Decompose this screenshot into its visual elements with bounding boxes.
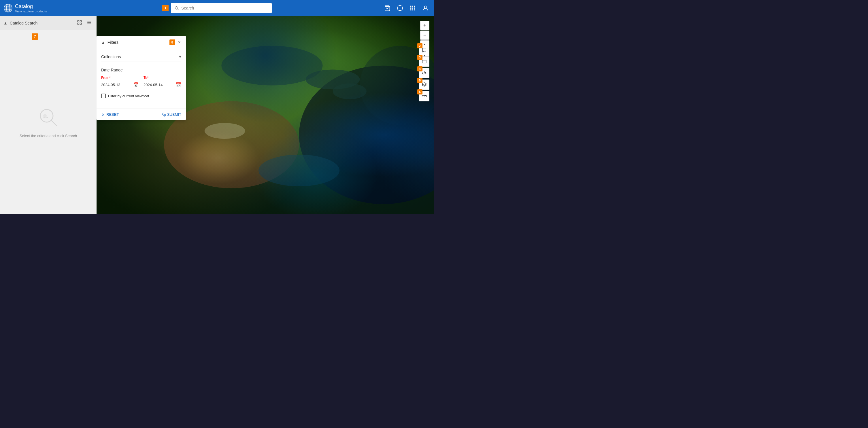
filters-collapse-icon: ▲ — [101, 40, 105, 45]
sidebar-title: Catalog Search — [10, 21, 73, 25]
tool-layers[interactable]: 5 — [419, 79, 429, 90]
svg-rect-14 — [414, 7, 415, 9]
search-container: 1 — [162, 3, 272, 13]
close-icon: × — [178, 40, 181, 45]
user-icon — [422, 5, 429, 11]
svg-rect-10 — [412, 6, 413, 7]
bookmark-icon — [422, 47, 427, 53]
map-container[interactable]: ▲ Filters 8 × Collections ▾ Date Range — [97, 16, 434, 214]
view-icon — [77, 20, 82, 25]
sidebar-empty-state: Select the criteria and click Search — [0, 30, 97, 214]
svg-rect-12 — [410, 7, 411, 9]
svg-line-4 — [178, 9, 179, 10]
svg-rect-9 — [410, 6, 411, 7]
viewport-filter: Filter by current viewport — [101, 94, 181, 98]
svg-point-34 — [258, 155, 339, 186]
filters-panel: ▲ Filters 8 × Collections ▾ Date Range — [97, 36, 186, 120]
sidebar: ▲ Catalog Search 7 — [0, 16, 97, 214]
svg-rect-43 — [422, 60, 426, 63]
svg-rect-45 — [422, 95, 427, 97]
info-button[interactable] — [395, 3, 405, 13]
svg-rect-16 — [412, 9, 413, 11]
tool-code[interactable]: 4 — [419, 68, 429, 78]
from-date-field: From* 📅 — [101, 76, 139, 89]
submit-icon — [162, 112, 166, 117]
viewport-label: Filter by current viewport — [108, 94, 149, 98]
svg-point-36 — [306, 69, 360, 89]
badge-5: 5 — [417, 78, 423, 83]
submit-button[interactable]: SUBMIT — [162, 112, 181, 117]
cart-icon — [384, 5, 391, 11]
search-icon — [174, 6, 179, 10]
collections-arrow-icon: ▾ — [179, 54, 181, 59]
svg-point-32 — [221, 46, 322, 85]
filters-body: Collections ▾ Date Range From* 📅 — [97, 49, 186, 108]
apps-button[interactable] — [407, 3, 418, 13]
from-date-input[interactable] — [101, 83, 133, 87]
search-box[interactable] — [171, 3, 272, 13]
sidebar-empty-text: Select the criteria and click Search — [20, 134, 77, 138]
app-logo-icon — [3, 3, 13, 13]
main-content: ▲ Catalog Search 7 — [0, 16, 434, 214]
svg-line-44 — [424, 71, 425, 75]
app-subtitle: View, explore products — [15, 9, 47, 13]
app-logo: Catalog View, explore products — [3, 3, 50, 13]
date-range-title: Date Range — [101, 68, 181, 72]
to-date-input[interactable] — [144, 83, 176, 87]
badge-2: 2 — [417, 43, 423, 48]
collections-dropdown[interactable]: Collections ▾ — [101, 54, 181, 62]
from-required: * — [109, 76, 111, 80]
svg-rect-11 — [414, 6, 415, 7]
svg-rect-15 — [410, 9, 411, 11]
to-date-label: To* — [144, 76, 181, 80]
apps-icon — [409, 5, 416, 11]
badge-4: 4 — [417, 66, 423, 71]
from-date-label: From* — [101, 76, 139, 80]
sidebar-view-button[interactable] — [76, 19, 83, 27]
reset-button[interactable]: RESET — [101, 112, 119, 117]
svg-point-37 — [333, 84, 367, 99]
zoom-out-button[interactable]: − — [420, 31, 429, 40]
header: Catalog View, explore products 1 — [0, 0, 434, 16]
badge-1: 1 — [162, 5, 168, 11]
badge-8: 8 — [169, 39, 175, 45]
zoom-in-icon: + — [423, 23, 427, 29]
zoom-in-button[interactable]: + — [420, 21, 429, 30]
svg-point-35 — [205, 123, 245, 139]
reset-label: RESET — [106, 112, 119, 117]
svg-point-18 — [424, 6, 426, 8]
cart-button[interactable] — [382, 3, 393, 13]
to-required: * — [147, 76, 149, 80]
calendar-to-icon[interactable]: 📅 — [176, 82, 181, 88]
svg-rect-17 — [414, 9, 415, 11]
app-title: Catalog — [15, 3, 47, 9]
svg-rect-20 — [80, 21, 82, 22]
tool-rectangle[interactable]: 3 — [419, 57, 429, 67]
info-icon — [397, 5, 403, 11]
to-date-input-wrap[interactable]: 📅 — [144, 81, 181, 89]
tool-bookmark[interactable]: 2 — [419, 45, 429, 55]
empty-search-icon — [37, 106, 60, 129]
svg-rect-13 — [412, 7, 413, 9]
sidebar-header: ▲ Catalog Search — [0, 16, 97, 30]
submit-label: SUBMIT — [167, 112, 181, 117]
tool-ruler[interactable]: 6 — [419, 91, 429, 101]
filters-close-button[interactable]: × — [178, 39, 181, 45]
viewport-checkbox[interactable] — [101, 94, 106, 98]
code-icon — [422, 71, 427, 76]
search-input[interactable] — [181, 6, 268, 10]
sidebar-collapse-icon[interactable]: ▲ — [3, 21, 7, 25]
filters-actions: RESET SUBMIT — [97, 108, 186, 120]
app-title-group: Catalog View, explore products — [15, 3, 47, 13]
svg-rect-21 — [78, 23, 79, 24]
header-actions — [382, 3, 431, 13]
user-button[interactable] — [420, 3, 431, 13]
filters-title: Filters — [107, 40, 167, 45]
zoom-out-icon: − — [423, 32, 427, 38]
from-date-input-wrap[interactable]: 📅 — [101, 81, 139, 89]
svg-line-27 — [51, 121, 57, 126]
date-range-section: Date Range From* 📅 — [101, 68, 181, 89]
collections-label: Collections — [101, 55, 121, 59]
sidebar-settings-button[interactable] — [86, 19, 93, 27]
calendar-from-icon[interactable]: 📅 — [133, 82, 139, 88]
